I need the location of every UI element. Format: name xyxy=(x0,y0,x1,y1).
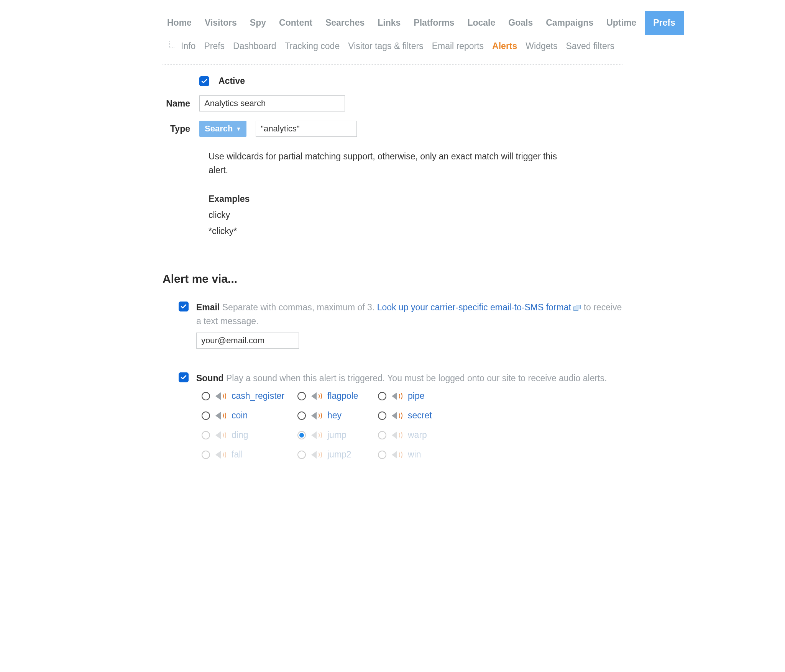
sound-name[interactable]: hey xyxy=(327,410,342,421)
active-label: Active xyxy=(218,76,245,86)
name-label: Name xyxy=(163,98,190,109)
email-sms-link[interactable]: Look up your carrier-specific email-to-S… xyxy=(377,302,571,312)
type-dropdown-label: Search xyxy=(205,124,233,134)
email-hint-pre: Separate with commas, maximum of 3. xyxy=(222,302,377,312)
sub-nav: InfoPrefsDashboardTracking codeVisitor t… xyxy=(181,39,614,53)
speaker-icon xyxy=(392,431,402,440)
topnav-spy[interactable]: Spy xyxy=(245,12,271,33)
chevron-down-icon: ▼ xyxy=(236,126,241,131)
external-link-icon xyxy=(573,305,581,311)
example-2: *clicky* xyxy=(209,225,576,238)
top-nav: HomeVisitorsSpyContentSearchesLinksPlatf… xyxy=(163,11,622,36)
active-checkbox[interactable] xyxy=(199,76,209,86)
topnav-visitors[interactable]: Visitors xyxy=(200,12,241,33)
subnav-info[interactable]: Info xyxy=(181,39,195,53)
email-label: Email xyxy=(196,302,220,312)
speaker-icon xyxy=(215,411,226,420)
topnav-content[interactable]: Content xyxy=(274,12,317,33)
sound-name: fall xyxy=(232,449,243,460)
sound-name: ding xyxy=(232,430,248,440)
sound-radio-secret[interactable] xyxy=(378,411,386,420)
type-help: Use wildcards for partial matching suppo… xyxy=(209,150,576,238)
sound-checkbox[interactable] xyxy=(179,372,189,382)
sub-nav-container: InfoPrefsDashboardTracking codeVisitor t… xyxy=(163,36,622,53)
email-input[interactable] xyxy=(196,333,299,349)
sound-radio-warp xyxy=(378,431,386,439)
type-dropdown[interactable]: Search ▼ xyxy=(199,121,246,137)
topnav-platforms[interactable]: Platforms xyxy=(409,12,459,33)
speaker-icon xyxy=(311,431,322,440)
subnav-widgets[interactable]: Widgets xyxy=(526,39,557,53)
sound-name: win xyxy=(408,449,421,460)
sounds-grid: cash_registerflagpolepipecoinheysecretdi… xyxy=(202,391,622,460)
topnav-goals[interactable]: Goals xyxy=(504,12,537,33)
sound-item-flagpole: flagpole xyxy=(297,391,378,401)
sound-item-jump2: jump2 xyxy=(297,449,378,460)
subnav-dashboard[interactable]: Dashboard xyxy=(233,39,276,53)
speaker-icon xyxy=(392,450,402,459)
sound-name: jump xyxy=(327,430,347,440)
speaker-icon xyxy=(392,392,402,401)
topnav-searches[interactable]: Searches xyxy=(321,12,369,33)
sound-radio-win xyxy=(378,451,386,459)
email-option: Email Separate with commas, maximum of 3… xyxy=(163,301,622,349)
speaker-icon xyxy=(311,450,322,459)
sound-item-ding: ding xyxy=(202,430,297,440)
sound-item-warp: warp xyxy=(378,430,458,440)
subnav-tracking-code[interactable]: Tracking code xyxy=(285,39,340,53)
sound-item-jump: jump xyxy=(297,430,378,440)
sound-radio-ding xyxy=(202,431,210,439)
topnav-campaigns[interactable]: Campaigns xyxy=(541,12,598,33)
subnav-alerts[interactable]: Alerts xyxy=(492,39,517,53)
name-input[interactable] xyxy=(199,95,345,111)
sound-radio-hey[interactable] xyxy=(297,411,306,420)
type-value-input[interactable] xyxy=(256,121,357,137)
topnav-uptime[interactable]: Uptime xyxy=(602,12,641,33)
speaker-icon xyxy=(215,431,226,440)
sound-name[interactable]: pipe xyxy=(408,391,424,401)
alert-via-heading: Alert me via... xyxy=(163,272,622,285)
subnav-saved-filters[interactable]: Saved filters xyxy=(566,39,614,53)
topnav-prefs[interactable]: Prefs xyxy=(645,11,684,35)
sound-radio-flagpole[interactable] xyxy=(297,392,306,400)
subnav-visitor-tags-filters[interactable]: Visitor tags & filters xyxy=(348,39,423,53)
speaker-icon xyxy=(311,411,322,420)
sound-item-hey: hey xyxy=(297,410,378,421)
sound-item-fall: fall xyxy=(202,449,297,460)
sound-name[interactable]: coin xyxy=(232,410,248,421)
example-1: clicky xyxy=(209,208,576,222)
sound-item-secret: secret xyxy=(378,410,458,421)
alert-form: Active Name Type Search ▼ Use wildcards … xyxy=(163,65,622,460)
sound-radio-pipe[interactable] xyxy=(378,392,386,400)
email-checkbox[interactable] xyxy=(179,302,189,311)
subnav-prefs[interactable]: Prefs xyxy=(204,39,225,53)
sound-name[interactable]: cash_register xyxy=(232,391,284,401)
sound-name[interactable]: secret xyxy=(408,410,432,421)
sound-item-cash_register: cash_register xyxy=(202,391,297,401)
sound-radio-fall xyxy=(202,451,210,459)
examples-heading: Examples xyxy=(209,192,576,206)
sound-item-pipe: pipe xyxy=(378,391,458,401)
sound-radio-coin[interactable] xyxy=(202,411,210,420)
sound-name[interactable]: flagpole xyxy=(327,391,358,401)
sound-item-coin: coin xyxy=(202,410,297,421)
type-label: Type xyxy=(163,124,190,134)
speaker-icon xyxy=(392,411,402,420)
sound-hint: Play a sound when this alert is triggere… xyxy=(226,373,607,383)
sound-name: warp xyxy=(408,430,427,440)
sound-name: jump2 xyxy=(327,449,351,460)
topnav-links[interactable]: Links xyxy=(373,12,405,33)
speaker-icon xyxy=(215,392,226,401)
subnav-email-reports[interactable]: Email reports xyxy=(432,39,484,53)
topnav-locale[interactable]: Locale xyxy=(463,12,500,33)
sound-option: Sound Play a sound when this alert is tr… xyxy=(163,372,622,460)
topnav-home[interactable]: Home xyxy=(163,12,196,33)
speaker-icon xyxy=(215,450,226,459)
sound-radio-cash_register[interactable] xyxy=(202,392,210,400)
sound-radio-jump xyxy=(297,431,306,439)
speaker-icon xyxy=(311,392,322,401)
sound-radio-jump2 xyxy=(297,451,306,459)
sound-label: Sound xyxy=(196,373,224,383)
tree-branch-icon xyxy=(168,41,176,51)
sound-item-win: win xyxy=(378,449,458,460)
